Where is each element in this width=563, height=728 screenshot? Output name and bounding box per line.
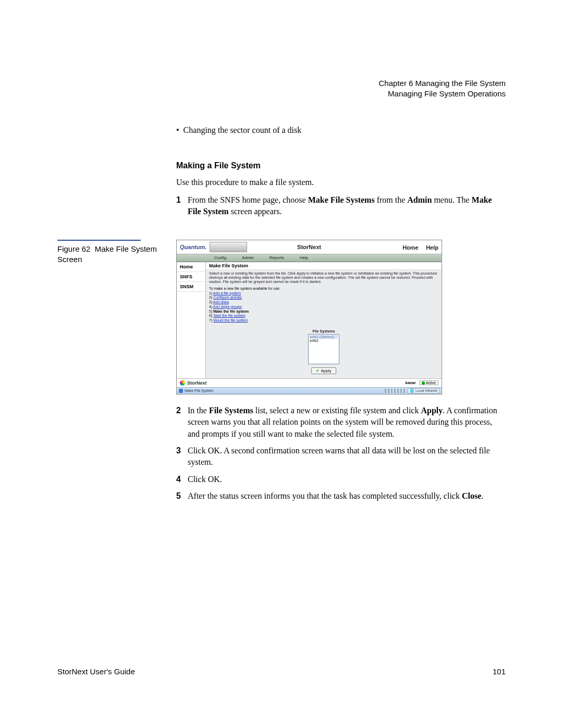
step-2: 2 In the File Systems list, select a new… xyxy=(176,405,506,440)
section-heading: Making a File System xyxy=(176,161,506,170)
hostname: kazar xyxy=(405,380,415,385)
chapter-header: Chapter 6 Managing the File System Manag… xyxy=(57,78,506,100)
sidebar-item-home[interactable]: Home xyxy=(177,262,205,272)
panel-description: Select a new or existing file system fro… xyxy=(206,270,442,286)
brand-quantum: Quantum. xyxy=(180,244,206,250)
step-4: 4 Click OK. xyxy=(176,474,506,485)
link-mount-fs[interactable]: Mount the file system xyxy=(213,318,248,322)
step-body: In the File Systems list, select a new o… xyxy=(188,405,506,440)
menubar: Config Admin Reports Help xyxy=(177,254,442,262)
screenshot-make-file-system: Quantum. StorNext Home Help Config Admin… xyxy=(176,240,442,394)
footer-bar: StorNext kazar Active xyxy=(177,378,442,387)
browser-statusbar: Make File System 🌐 Local intranet xyxy=(177,387,442,394)
menu-admin[interactable]: Admin xyxy=(242,255,254,260)
step-number: 1 xyxy=(176,194,188,218)
chapter-line1: Chapter 6 Managing the File System xyxy=(57,78,506,89)
step-number: 2 xyxy=(176,405,188,440)
step-3: 3 Click OK. A second confirmation screen… xyxy=(176,445,506,468)
home-link[interactable]: Home xyxy=(402,244,419,251)
step-make-fs: Make the file system xyxy=(213,310,249,313)
link-add-fs[interactable]: Add a file system xyxy=(213,291,241,295)
link-add-stripe-groups[interactable]: Add stripe groups xyxy=(213,305,242,309)
footer-guide-title: StorNext User's Guide xyxy=(57,667,135,676)
step-5: 5 After the status screen informs you th… xyxy=(176,490,506,502)
status-badge: Active xyxy=(419,380,438,385)
step-body: Click OK. A second confirmation screen w… xyxy=(188,445,506,468)
panel-step-list: To make a new file system available for … xyxy=(206,286,442,326)
step-body: From the SNFS home page, choose Make Fil… xyxy=(188,194,506,218)
panel-title: Make File System xyxy=(206,262,442,270)
apply-label: Apply xyxy=(321,368,331,373)
link-configure-globals[interactable]: Configure globals xyxy=(213,295,241,299)
bullet-text: Changing the sector count of a disk xyxy=(183,126,302,134)
list-item[interactable]: snfs1 (Started) xyxy=(310,335,338,339)
status-left: Make File System xyxy=(185,389,214,392)
step-1: 1 From the SNFS home page, choose Make F… xyxy=(176,194,506,218)
status-text: Active xyxy=(426,381,436,385)
step-body: Click OK. xyxy=(188,474,222,485)
help-link[interactable]: Help xyxy=(426,244,438,251)
menu-reports[interactable]: Reports xyxy=(270,255,284,260)
page-footer: StorNext User's Guide 101 xyxy=(57,667,506,676)
step-number: 4 xyxy=(176,474,188,485)
apply-button[interactable]: ✔ Apply xyxy=(311,367,336,374)
footer-brand: StorNext xyxy=(187,380,207,386)
caption-rule xyxy=(57,240,141,241)
intro-text: Use this procedure to make a file system… xyxy=(176,177,506,188)
listbox-label: File Systems xyxy=(206,329,442,333)
main-panel: Make File System Select a new or existin… xyxy=(206,262,442,378)
security-zone: 🌐 Local intranet xyxy=(408,388,439,393)
link-add-disks[interactable]: Add disks xyxy=(213,300,229,304)
statusbar-grip xyxy=(385,389,406,393)
bullet-item: • Changing the sector count of a disk xyxy=(176,126,506,135)
sidebar-item-snfs[interactable]: SNFS xyxy=(177,272,205,282)
footer-page-number: 101 xyxy=(493,667,506,676)
chapter-line2: Managing File System Operations xyxy=(57,89,506,99)
check-icon: ✔ xyxy=(316,368,320,373)
steps-heading: To make a new file system available for … xyxy=(209,287,438,291)
figure-number: Figure 62 xyxy=(57,244,90,253)
sidebar-item-snsm[interactable]: SNSM xyxy=(177,282,205,292)
file-systems-listbox[interactable]: snfs1 (Started) snfs2 xyxy=(308,334,339,364)
link-start-fs[interactable]: Start the file system xyxy=(213,314,245,317)
step-number: 5 xyxy=(176,490,188,502)
sidebar: Home SNFS SNSM xyxy=(177,262,206,378)
status-dot-icon xyxy=(422,381,425,385)
step-number: 3 xyxy=(176,445,188,468)
stornext-logo-icon xyxy=(180,380,185,386)
globe-icon: 🌐 xyxy=(410,389,414,393)
menu-config[interactable]: Config xyxy=(214,255,226,260)
step-body: After the status screen informs you that… xyxy=(188,490,483,502)
ie-icon xyxy=(179,389,183,393)
list-item[interactable]: snfs2 xyxy=(310,339,338,342)
menu-help[interactable]: Help xyxy=(300,255,308,260)
top-links: Home Help xyxy=(397,242,438,252)
figure-caption: Figure 62 Make File System Screen xyxy=(57,240,176,394)
banner-graphic xyxy=(210,242,247,252)
